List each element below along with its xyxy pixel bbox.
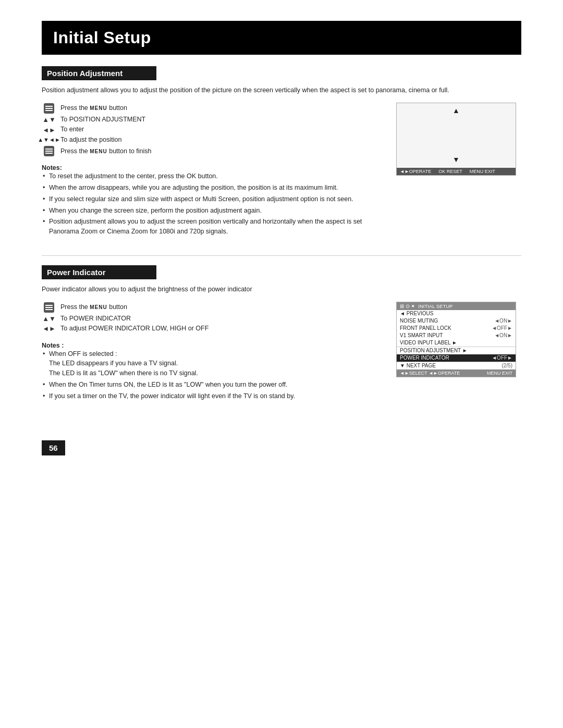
svg-rect-5	[45, 149, 53, 150]
section1-instructions: Press the Menu button ▲▼ To POSITION ADJ…	[42, 103, 381, 241]
section2-instructions: Press the Menu button ▲▼ To POWER INDICA…	[42, 302, 381, 405]
menu-bottom-bar: ◄►SELECT ◄►OPERATE MENU EXIT	[397, 369, 516, 377]
section2-note-3: If you set a timer on the TV, the power …	[42, 391, 381, 401]
instr-text-5: Press the Menu button to finish	[60, 147, 152, 156]
section2-description: Power indicator allows you to adjust the…	[42, 285, 521, 294]
menu-label-front-panel-lock: FRONT PANEL LOCK	[400, 325, 451, 331]
menu-label-power-indicator: POWER INDICATOR	[400, 355, 449, 361]
menu-label-video-input-label: VIDEO INPUT LABEL ►	[400, 340, 457, 346]
menu-value-noise-muting: ◄ON►	[494, 318, 512, 324]
instr-text-2: To POSITION ADJUSTMENT	[60, 115, 145, 125]
instr-row-3: ◄► To enter	[42, 125, 381, 134]
section1-notes-label: Notes:	[42, 164, 62, 171]
instr-text-4: To adjust the position	[60, 135, 121, 145]
screen-bar-exit: MENU EXIT	[470, 169, 495, 174]
instr2-text-1: Press the Menu button	[60, 303, 127, 312]
section-divider	[42, 255, 521, 256]
menu-value-front-panel-lock: ◄OFF►	[492, 325, 512, 331]
instr-text-3: To enter	[60, 125, 84, 134]
section-position-adjustment: Position Adjustment Position adjustment …	[42, 66, 521, 241]
menu-icon-2	[42, 145, 56, 157]
section1-notes-list: To reset the adjustment to the center, p…	[42, 171, 381, 237]
instr2-row-1: Press the Menu button	[42, 302, 381, 313]
page-title: Initial Setup	[42, 21, 521, 55]
instr-row-4: ▲▼◄► To adjust the position	[42, 135, 381, 145]
arrow-lr-icon-1: ◄►	[42, 127, 56, 133]
svg-rect-3	[45, 110, 53, 111]
menu-icon-3	[42, 302, 56, 313]
section1-note-1: To reset the adjustment to the center, p…	[42, 171, 381, 181]
arrow-lr-icon-2: ◄►	[42, 325, 56, 332]
section1-note-4: When you change the screen size, perform…	[42, 206, 381, 216]
section1-screen-diagram: ▲ ▼ ◄►OPERATE OK RESET MENU EXIT	[396, 103, 521, 176]
menu-value-next-page: (2/5)	[501, 363, 512, 368]
screen-arrow-up: ▲	[452, 106, 460, 115]
menu-label-next-page: ▼ NEXT PAGE	[400, 363, 436, 368]
menu-icon-1	[42, 103, 56, 114]
section2-note-1: When OFF is selected : The LED disappear…	[42, 349, 381, 378]
menu-row-position-adjustment: POSITION ADJUSTMENT ►	[397, 347, 516, 354]
section-power-indicator: Power Indicator Power indicator allows y…	[42, 265, 521, 405]
screen-bar-operate: ◄►OPERATE	[400, 169, 431, 174]
instr2-row-2: ▲▼ To POWER INDICATOR	[42, 314, 381, 324]
section1-instructions-row: Press the Menu button ▲▼ To POSITION ADJ…	[42, 103, 521, 241]
menu-value-power-indicator: ◄OFF►	[492, 355, 512, 361]
menu-title-text: INITIAL SETUP	[418, 303, 452, 309]
section1-notes: Notes: To reset the adjustment to the ce…	[42, 164, 381, 237]
section2-notes: Notes : When OFF is selected : The LED d…	[42, 342, 381, 401]
page-number: 56	[42, 440, 65, 455]
menu-row-power-indicator: POWER INDICATOR ◄OFF►	[397, 354, 516, 362]
instr-row-1: Press the Menu button	[42, 103, 381, 114]
menu-value-v1-smart-input: ◄ON►	[494, 332, 512, 338]
arrow-udlr-icon-1: ▲▼◄►	[42, 137, 56, 143]
section1-note-2: When the arrow disappears, while you are…	[42, 183, 381, 193]
section1-description: Position adjustment allows you to adjust…	[42, 85, 521, 95]
arrow-ud-icon-1: ▲▼	[42, 116, 56, 123]
section1-note-3: If you select regular size and slim size…	[42, 194, 381, 204]
section2-note-2: When the On Timer turns ON, the LED is l…	[42, 380, 381, 390]
menu-title-icons: ⊞ ⊙ ✦	[400, 303, 415, 309]
menu-title-bar: ⊞ ⊙ ✦ INITIAL SETUP	[397, 302, 516, 310]
section1-note-5: Position adjustment allows you to adjust…	[42, 217, 381, 237]
menu-bottom-exit: MENU EXIT	[487, 371, 512, 376]
menu-row-front-panel-lock: FRONT PANEL LOCK ◄OFF►	[397, 325, 516, 332]
instr-row-2: ▲▼ To POSITION ADJUSTMENT	[42, 115, 381, 125]
menu-row-noise-muting: NOISE MUTING ◄ON►	[397, 317, 516, 325]
screen-arrow-down: ▼	[452, 155, 460, 164]
instr-row-5: Press the Menu button to finish	[42, 145, 381, 157]
svg-rect-1	[45, 106, 53, 107]
svg-rect-11	[45, 309, 53, 310]
section2-header: Power Indicator	[42, 265, 156, 279]
arrow-ud-icon-2: ▲▼	[42, 315, 56, 322]
menu-label-noise-muting: NOISE MUTING	[400, 318, 438, 324]
menu-bottom-select: ◄►SELECT ◄►OPERATE	[400, 371, 460, 376]
menu-label-v1-smart-input: V1 SMART INPUT	[400, 332, 443, 338]
svg-rect-10	[45, 307, 53, 308]
section2-menu-diagram: ⊞ ⊙ ✦ INITIAL SETUP ◄ PREVIOUS NOISE MUT…	[396, 302, 521, 377]
instr2-row-3: ◄► To adjust POWER INDICATOR LOW, HIGH o…	[42, 324, 381, 334]
menu-row-next-page: ▼ NEXT PAGE (2/5)	[397, 362, 516, 369]
section2-instructions-row: Press the Menu button ▲▼ To POWER INDICA…	[42, 302, 521, 405]
menu-row-v1-smart-input: V1 SMART INPUT ◄ON►	[397, 332, 516, 339]
section2-instr-table: Press the Menu button ▲▼ To POWER INDICA…	[42, 302, 381, 334]
svg-rect-7	[45, 153, 53, 154]
section1-instr-table: Press the Menu button ▲▼ To POSITION ADJ…	[42, 103, 381, 157]
menu-box: ⊞ ⊙ ✦ INITIAL SETUP ◄ PREVIOUS NOISE MUT…	[396, 302, 516, 377]
instr2-text-3: To adjust POWER INDICATOR LOW, HIGH or O…	[60, 324, 209, 334]
screen-box: ▲ ▼ ◄►OPERATE OK RESET MENU EXIT	[396, 103, 516, 176]
svg-rect-9	[45, 305, 53, 306]
section1-header: Position Adjustment	[42, 66, 156, 80]
svg-rect-6	[45, 151, 53, 152]
screen-bar-reset: OK RESET	[438, 169, 462, 174]
section2-notes-list: When OFF is selected : The LED disappear…	[42, 349, 381, 401]
section2-notes-label: Notes :	[42, 342, 64, 349]
menu-label-previous: ◄ PREVIOUS	[400, 311, 433, 316]
svg-rect-2	[45, 108, 53, 109]
instr-text-1: Press the Menu button	[60, 104, 127, 113]
menu-row-video-input-label: VIDEO INPUT LABEL ►	[397, 339, 516, 347]
menu-row-previous: ◄ PREVIOUS	[397, 310, 516, 317]
screen-bottom-bar: ◄►OPERATE OK RESET MENU EXIT	[397, 168, 516, 175]
instr2-text-2: To POWER INDICATOR	[60, 314, 131, 324]
menu-label-position-adjustment: POSITION ADJUSTMENT ►	[400, 348, 468, 353]
